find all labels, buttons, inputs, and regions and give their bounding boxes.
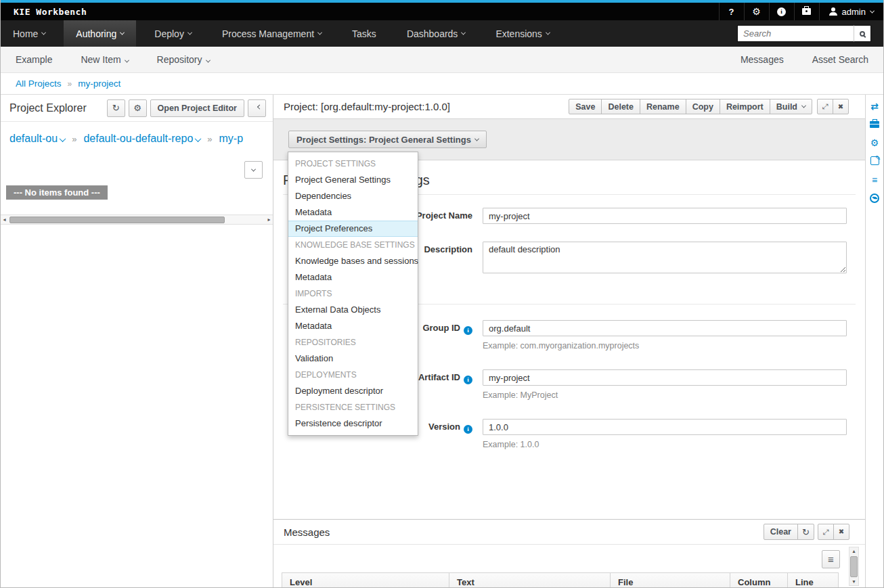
list-icon[interactable]: ≡	[872, 175, 877, 185]
explorer-settings-button[interactable]: ⚙	[129, 99, 147, 117]
gear-icon: ⚙	[133, 104, 141, 112]
scroll-right-arrow[interactable]: ▸	[265, 214, 273, 225]
gear-icon[interactable]: ⚙	[870, 138, 879, 148]
breadcrumb-all-projects[interactable]: All Projects	[16, 78, 62, 89]
explorer-options-toggle[interactable]	[244, 161, 263, 179]
chevron-down-icon	[546, 30, 550, 35]
menu-example[interactable]: Example	[16, 54, 52, 65]
search-button[interactable]	[854, 25, 871, 42]
group-id-input[interactable]	[483, 320, 847, 336]
help-button[interactable]: ?	[719, 3, 744, 20]
shuffle-icon[interactable]: ⇄	[870, 101, 879, 111]
menu-item-validation[interactable]: Validation	[288, 350, 418, 367]
column-header-column[interactable]: Column	[730, 572, 788, 587]
menu-new-item[interactable]: New Item	[81, 54, 128, 65]
chevron-down-icon	[251, 166, 256, 171]
menu-messages[interactable]: Messages	[741, 54, 784, 65]
refresh-icon: ↻	[112, 104, 120, 112]
crumb-org-unit[interactable]: default-ou	[9, 133, 65, 144]
menu-item-metadata-1[interactable]: Metadata	[288, 204, 418, 221]
column-picker-button[interactable]: ≡	[822, 550, 840, 568]
project-name-input[interactable]	[483, 208, 847, 224]
menu-item-project-preferences[interactable]: Project Preferences	[288, 221, 418, 237]
version-input[interactable]	[483, 419, 847, 435]
menu-group-header: PERSISTENCE SETTINGS	[288, 399, 418, 415]
project-editor-panel: Project: [org.default:my-project:1.0.0] …	[273, 95, 865, 587]
collapse-panel-button[interactable]	[248, 99, 266, 117]
scrollbar-thumb[interactable]	[9, 217, 225, 223]
briefcase-icon[interactable]	[870, 120, 879, 129]
menu-item-deployment-descriptor[interactable]: Deployment descriptor	[288, 383, 418, 399]
column-header-text[interactable]: Text	[449, 572, 611, 587]
user-menu[interactable]: admin	[819, 3, 883, 20]
menu-group-header: PROJECT SETTINGS	[288, 156, 418, 172]
chevron-down-icon	[870, 8, 875, 13]
user-icon	[829, 7, 838, 16]
column-header-level[interactable]: Level	[282, 572, 449, 587]
search-input[interactable]	[737, 25, 854, 42]
horizontal-scrollbar[interactable]: ◂ ▸	[1, 214, 273, 225]
refresh-button[interactable]: ↻	[107, 99, 125, 117]
menu-item-metadata-2[interactable]: Metadata	[288, 269, 418, 286]
nav-item-tasks[interactable]: Tasks	[340, 20, 389, 47]
nav-item-process-management[interactable]: Process Management	[210, 20, 334, 47]
reimport-button[interactable]: Reimport	[720, 99, 770, 114]
description-textarea[interactable]: default description	[483, 242, 847, 273]
search-group	[737, 20, 871, 47]
open-project-editor-button[interactable]: Open Project Editor	[150, 99, 244, 117]
nav-item-extensions[interactable]: Extensions	[483, 20, 561, 47]
empty-state-badge: --- No items found ---	[6, 185, 108, 200]
save-button[interactable]: Save	[569, 99, 602, 114]
delete-button[interactable]: Delete	[601, 99, 640, 114]
app-window: KIE Workbench ? ⚙ i admin Home Authoring…	[0, 0, 884, 588]
scroll-down-arrow[interactable]: ▾	[849, 579, 858, 585]
menu-asset-search[interactable]: Asset Search	[812, 54, 868, 65]
vertical-scrollbar[interactable]: ▴ ▾	[849, 547, 859, 586]
scrollbar-thumb[interactable]	[850, 556, 858, 577]
close-panel-button[interactable]: ✖	[833, 99, 849, 114]
close-messages-button[interactable]: ✖	[833, 524, 849, 540]
spring-icon[interactable]	[870, 194, 879, 204]
menu-item-project-general-settings[interactable]: Project General Settings	[288, 172, 418, 188]
maximize-messages-button[interactable]: ⤢	[818, 524, 834, 540]
copy-button[interactable]: Copy	[686, 99, 720, 114]
refresh-messages-button[interactable]: ↻	[797, 524, 814, 540]
clear-messages-button[interactable]: Clear	[764, 524, 798, 540]
info-icon[interactable]: i	[464, 376, 472, 384]
breadcrumb-my-project[interactable]: my-project	[78, 78, 120, 89]
rename-button[interactable]: Rename	[640, 99, 686, 114]
maximize-panel-button[interactable]: ⤢	[817, 99, 833, 114]
info-icon[interactable]: i	[464, 425, 472, 434]
crumb-project[interactable]: my-p	[219, 133, 244, 144]
nav-item-deploy[interactable]: Deploy	[142, 20, 204, 47]
artifact-id-input[interactable]	[483, 369, 847, 386]
settings-button[interactable]: ⚙	[744, 3, 769, 20]
column-header-line[interactable]: Line	[788, 572, 839, 587]
breadcrumb-separator: »	[68, 79, 72, 89]
version-label: Version	[428, 422, 460, 432]
edit-icon[interactable]	[870, 156, 879, 166]
info-icon[interactable]: i	[464, 326, 472, 335]
scroll-left-arrow[interactable]: ◂	[1, 214, 8, 225]
menu-item-persistence-descriptor[interactable]: Persistence descriptor	[288, 415, 418, 432]
expand-icon: ⤢	[823, 528, 829, 536]
crumb-repository[interactable]: default-ou-default-repo	[83, 133, 200, 144]
nav-item-dashboards[interactable]: Dashboards	[395, 20, 478, 47]
close-icon: ✖	[839, 528, 844, 535]
menu-item-knowledge-bases[interactable]: Knowledge bases and sessions	[288, 253, 418, 269]
scroll-up-arrow[interactable]: ▴	[849, 548, 858, 554]
toolbox-button[interactable]	[794, 3, 819, 20]
menu-item-dependencies[interactable]: Dependencies	[288, 188, 418, 204]
menu-item-external-data-objects[interactable]: External Data Objects	[288, 302, 418, 318]
build-button[interactable]: Build	[770, 99, 812, 114]
menu-item-metadata-3[interactable]: Metadata	[288, 318, 418, 334]
project-settings-dropdown[interactable]: Project Settings: Project General Settin…	[288, 131, 487, 148]
workspace: Project Explorer ↻ ⚙ Open Project Editor…	[1, 95, 883, 587]
about-button[interactable]: i	[769, 3, 794, 20]
column-header-file[interactable]: File	[611, 572, 730, 587]
nav-item-authoring[interactable]: Authoring	[64, 20, 136, 47]
info-icon: i	[777, 7, 786, 16]
chevron-down-icon	[41, 30, 46, 35]
nav-item-home[interactable]: Home	[1, 20, 58, 47]
menu-repository[interactable]: Repository	[157, 54, 210, 65]
